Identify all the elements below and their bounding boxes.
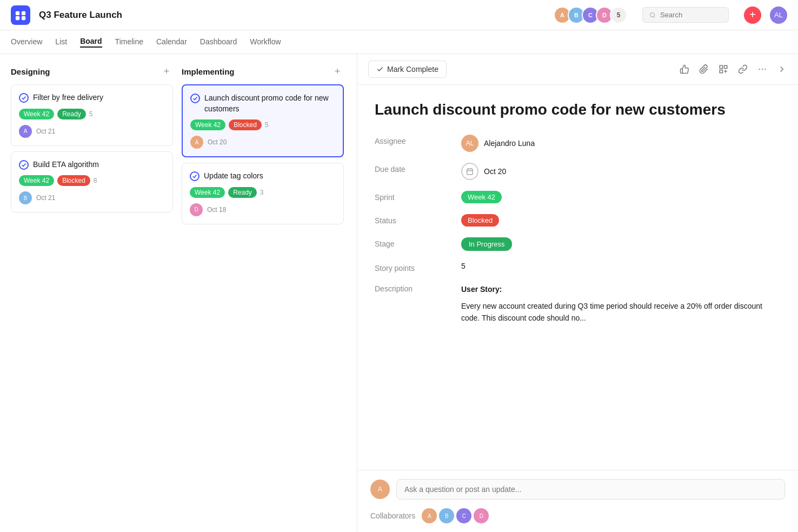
card-filter-title: Filter by free delivery: [33, 92, 103, 103]
sprint-tag: Week 42: [461, 191, 502, 203]
svg-rect-0: [16, 11, 19, 15]
card-filter-date: Oct 21: [36, 128, 55, 135]
detail-toolbar: Mark Complete: [357, 54, 798, 85]
card-eta[interactable]: Build ETA algorithm Week 42 Blocked 8 B …: [11, 151, 173, 213]
app-logo: [11, 5, 30, 25]
assignee-name: Alejandro Luna: [484, 139, 535, 148]
detail-body: Launch discount promo code for new custo…: [357, 85, 798, 470]
card-filter-avatar: A: [19, 125, 32, 138]
description-label: Description: [375, 283, 450, 293]
nav-workflow[interactable]: Workflow: [250, 37, 281, 47]
card-promo[interactable]: Launch discount promo code for new custo…: [182, 84, 344, 157]
description-story-title: User Story:: [461, 283, 781, 295]
card-tag-avatar: D: [190, 203, 203, 216]
add-button[interactable]: +: [744, 6, 761, 24]
status-badge: Blocked: [461, 214, 499, 227]
card-tag-check: [190, 171, 200, 181]
nav-timeline[interactable]: Timeline: [115, 37, 143, 47]
calendar-icon: [461, 163, 478, 180]
due-date-text: Oct 20: [484, 167, 506, 176]
card-tag-week-tag: Week 42: [190, 187, 225, 198]
collab-avatar-3: C: [456, 508, 471, 523]
card-tag-colors[interactable]: Update tag colors Week 42 Ready 3 D Oct …: [182, 163, 344, 224]
like-icon[interactable]: [679, 64, 690, 75]
description-text: Every new account created during Q3 time…: [461, 300, 781, 324]
card-eta-tags: Week 42 Blocked 8: [19, 175, 165, 186]
card-tag-count: 3: [260, 189, 264, 196]
collaborators-label: Collaborators: [370, 511, 415, 520]
column-designing: Designing + Filter by free delivery Week…: [11, 65, 173, 521]
user-avatar[interactable]: AL: [770, 6, 787, 24]
stage-value: In Progress: [461, 237, 781, 251]
svg-rect-6: [724, 65, 727, 68]
sprint-field: Sprint Week 42: [375, 191, 781, 203]
stage-badge: In Progress: [461, 237, 512, 251]
card-tag-title: Update tag colors: [204, 171, 263, 182]
add-card-designing[interactable]: +: [160, 65, 173, 78]
story-points-field: Story points 5: [375, 262, 781, 272]
card-filter-week-tag: Week 42: [19, 109, 54, 119]
nav-calendar[interactable]: Calendar: [156, 37, 187, 47]
nav-list[interactable]: List: [55, 37, 67, 47]
comment-user-avatar: A: [370, 480, 390, 499]
add-card-implementing[interactable]: +: [331, 65, 344, 78]
comment-area: A Collaborators A B C D: [357, 470, 798, 532]
due-date-field: Due date Oct 20: [375, 163, 781, 180]
avatar-group: A B C D 5: [554, 6, 627, 24]
card-filter[interactable]: Filter by free delivery Week 42 Ready 5 …: [11, 84, 173, 146]
card-eta-count: 8: [94, 177, 97, 184]
due-date-label: Due date: [375, 163, 450, 174]
card-tag-tags: Week 42 Ready 3: [190, 187, 336, 198]
column-implementing-title: Implementing: [182, 67, 235, 76]
collab-avatar-4: D: [474, 508, 489, 523]
link-icon[interactable]: [737, 64, 748, 75]
assignee-label: Assignee: [375, 135, 450, 145]
assignee-value: AL Alejandro Luna: [461, 135, 781, 152]
more-icon[interactable]: [757, 64, 768, 75]
svg-rect-1: [22, 11, 25, 15]
comment-input-row: A: [370, 479, 785, 500]
card-filter-title-row: Filter by free delivery: [19, 92, 165, 103]
toolbar-icons: [679, 64, 787, 75]
nav-dashboard[interactable]: Dashboard: [200, 37, 237, 47]
assignee-field: Assignee AL Alejandro Luna: [375, 135, 781, 152]
search-input[interactable]: [660, 11, 722, 19]
column-implementing-header: Implementing +: [182, 65, 344, 78]
card-promo-week-tag: Week 42: [190, 119, 225, 130]
nav-board[interactable]: Board: [80, 37, 102, 48]
attach-icon[interactable]: [699, 64, 709, 75]
card-eta-footer: B Oct 21: [19, 191, 165, 204]
due-date-value: Oct 20: [461, 163, 781, 180]
collab-avatar-1: A: [422, 508, 437, 523]
card-promo-date: Oct 20: [208, 138, 227, 146]
card-filter-status-tag: Ready: [57, 109, 86, 119]
svg-point-8: [759, 69, 760, 70]
svg-rect-3: [22, 16, 25, 19]
svg-point-4: [650, 12, 654, 17]
svg-point-9: [762, 69, 763, 70]
svg-rect-7: [720, 70, 722, 73]
nav-overview[interactable]: Overview: [11, 37, 42, 47]
svg-rect-5: [720, 65, 722, 68]
search-bar[interactable]: [642, 7, 729, 23]
close-panel-icon[interactable]: [776, 64, 787, 75]
card-tag-status-tag: Ready: [228, 187, 257, 198]
main-content: Designing + Filter by free delivery Week…: [0, 54, 798, 532]
card-tag-footer: D Oct 18: [190, 203, 336, 216]
avatar-count: 5: [610, 6, 627, 24]
card-eta-avatar: B: [19, 191, 32, 204]
card-promo-status-tag: Blocked: [229, 119, 262, 130]
mark-complete-button[interactable]: Mark Complete: [368, 61, 447, 78]
stage-field: Stage In Progress: [375, 237, 781, 251]
sprint-value: Week 42: [461, 191, 781, 203]
card-promo-avatar: A: [190, 136, 203, 149]
topbar: Q3 Feature Launch A B C D 5 + AL: [0, 0, 798, 30]
comment-input[interactable]: [396, 479, 785, 500]
column-designing-title: Designing: [11, 67, 50, 76]
board-area: Designing + Filter by free delivery Week…: [0, 54, 357, 532]
svg-rect-2: [16, 16, 19, 19]
subtask-icon[interactable]: [718, 64, 729, 75]
status-value: Blocked: [461, 214, 781, 227]
stage-label: Stage: [375, 237, 450, 248]
description-content: User Story: Every new account created du…: [461, 283, 781, 324]
